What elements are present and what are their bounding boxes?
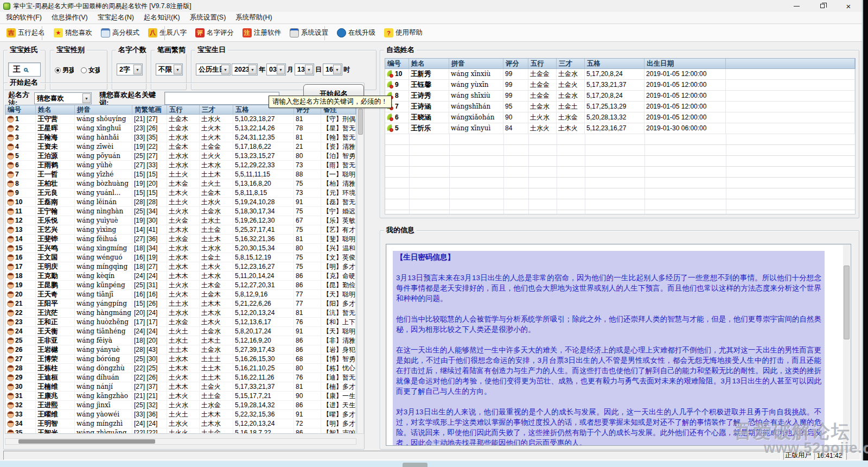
sancai-cell: 土金水 bbox=[200, 207, 233, 216]
start-naming-group: 开始起名 起名方法: 猜您喜欢▼ 猜您喜欢起名关键词: 开始起名 编号 姓名 拼… bbox=[3, 83, 365, 450]
table-row[interactable]: 27 王博荣 wáng bóróng [25] [30] 土水木 土土土 5,1… bbox=[5, 355, 356, 364]
scrollbar-thumb[interactable] bbox=[844, 266, 850, 339]
leaf-icon bbox=[387, 81, 394, 89]
toolbar-button[interactable]: 系统设置 bbox=[285, 26, 333, 40]
search-icon[interactable] bbox=[24, 68, 28, 72]
table-row[interactable]: 9 王钰馨 wáng yùxīn 99 土金金 土金火 5,17,33,21,3… bbox=[385, 80, 855, 91]
table-row[interactable]: 10 王磊南 wáng lěinán [28] [28] 土土火 土水火 5,1… bbox=[5, 198, 356, 207]
boy-face-icon bbox=[7, 116, 14, 123]
birthday-field-select[interactable]: 13▼ bbox=[295, 64, 314, 75]
results-vertical-scrollbar[interactable] bbox=[357, 105, 364, 434]
table-row[interactable]: 8 王诗秀 wáng shīxiù 99 土金金 土金水 5,17,20,8,2… bbox=[385, 91, 855, 102]
info-vertical-scrollbar[interactable] bbox=[843, 245, 850, 445]
table-row[interactable]: 28 王栋柱 wáng dòngzhù [22] [25] 土木木 土土木 5,… bbox=[5, 364, 356, 373]
table-row[interactable]: 4 王资未 wáng zīwèi [19] [22] 土金木 土金金 5,17,… bbox=[5, 142, 356, 152]
menu-item[interactable]: 信息操作(V) bbox=[47, 12, 93, 23]
birthdate-cell: 2019-01-05 12:00:00 bbox=[644, 112, 726, 123]
name-cell: 王博荣 bbox=[36, 355, 75, 364]
menu-item[interactable]: 起名知识(K) bbox=[139, 12, 185, 23]
register-software-icon: 注 bbox=[242, 28, 252, 37]
restore-button[interactable] bbox=[816, 1, 828, 11]
table-row[interactable]: 25 王非亚 wáng fēiyà [18] [20] 土水土 土木土 5,12… bbox=[5, 336, 356, 345]
table-row[interactable]: 12 王乐悦 wáng yuìyuè [19] [30] 土火金 土水土 5,1… bbox=[5, 216, 356, 225]
results-horizontal-scrollbar[interactable] bbox=[5, 438, 356, 445]
birthday-field-select[interactable]: 2023▼ bbox=[232, 64, 258, 75]
table-row[interactable]: 5 王泊源 wáng pōyuán [25] [27] 土水水 土火火 5,13… bbox=[5, 152, 356, 161]
table-row[interactable]: 13 王艺兴 wáng yìxìng [14] [41] 土木水 土土金 5,2… bbox=[5, 225, 356, 235]
table-row[interactable]: 33 王曜维 wáng yàowéi [33] [36] 土火土 土木木 5,2… bbox=[5, 410, 356, 419]
menu-item[interactable]: 系统帮助(H) bbox=[231, 12, 277, 23]
table-row[interactable]: 24 王天衡 wáng tiānhéng [24] [24] 土火土 土金水 5… bbox=[5, 327, 356, 336]
gender-radio-female[interactable]: 女孩 bbox=[81, 66, 100, 75]
table-row[interactable]: 15 王兴鸣 wáng xìngmíng [18] [34] 土水水 土水水 5… bbox=[5, 244, 356, 253]
table-row[interactable]: 31 王康兆 wáng kāngzhào [21] [21] 土木火 土土金 5… bbox=[5, 392, 356, 401]
table-row[interactable]: 5 王忻乐 wáng xīnyuì 84 土水火 土木火 5,12,23,16,… bbox=[385, 123, 855, 134]
score-cell: 81 bbox=[294, 115, 321, 124]
scrollbar-thumb[interactable] bbox=[18, 439, 155, 444]
table-row[interactable]: 20 王天奇 wáng tiānjī [16] [16] 土火木 土金木 5,8… bbox=[5, 290, 356, 299]
score-cell: 81 bbox=[294, 133, 321, 142]
table-row[interactable]: 34 王明智 wáng míngzhì [24] [24] 土水火 土木水 5,… bbox=[5, 419, 356, 428]
table-row[interactable]: 6 王雨鹤 wáng yǔhè [27] [33] 土水水 土木水 5,12,2… bbox=[5, 161, 356, 170]
table-row[interactable]: 2 王星晖 wáng xīnghuī [23] [26] 土金水 土火木 5,1… bbox=[5, 124, 356, 133]
table-row[interactable]: 9 王元良 wáng yuánl... [15] [15] 土木火 土金木 5,… bbox=[5, 188, 356, 198]
table-row[interactable]: 22 王沆茫 wáng hàngmáng [20] [24] 土水水 土木水 5… bbox=[5, 308, 356, 318]
table-row[interactable]: 14 王斐铧 wáng fěihuá [27] [36] 土水金 土土木 5,1… bbox=[5, 235, 356, 244]
toolbar-button[interactable]: 八 生辰八字 bbox=[144, 26, 191, 40]
my-info-textarea[interactable]: 【生日密码信息】 3月13日预言未来在3月13日出生的人总是非常的宿命，因为他们… bbox=[386, 244, 851, 446]
toolbar-button[interactable]: 注 注册软件 bbox=[238, 26, 285, 40]
surname-input[interactable]: 王 bbox=[8, 62, 41, 77]
table-row[interactable]: 30 王楠维 wáng nánjí [27] [37] 土木木 土金火 5,17… bbox=[5, 382, 356, 392]
sancai-cell: 土土土 bbox=[200, 355, 233, 364]
table-row[interactable]: 10 王新秀 wáng xīnxiù 99 土金金 土金水 5,17,20,8,… bbox=[385, 69, 855, 80]
table-row[interactable]: 35 王智光 wáng zhìguāng [22] [22] 土火火 土土金 5… bbox=[5, 428, 356, 434]
table-row[interactable]: 7 王诗涵 wángshīhán 95 土金水 土金土 5,17,25,13,2… bbox=[385, 102, 855, 112]
name-cell: 王非亚 bbox=[36, 336, 75, 345]
note-cell: 【艺】有才能 bbox=[321, 225, 356, 235]
minimize-button[interactable] bbox=[790, 1, 802, 11]
table-row[interactable]: 18 王克勤 wáng kèqín [24] [24] 土木木 土木水 5,11… bbox=[5, 272, 356, 281]
menu-item[interactable]: 宝宝起名(N) bbox=[93, 12, 139, 23]
table-row[interactable]: 1 王守营 wáng shǒuyíng [21] [27] 土金木 土水火 5,… bbox=[5, 115, 356, 124]
table-row[interactable]: 21 王阳平 wáng yángpíng [15] [26] 土土水 土木木 5… bbox=[5, 299, 356, 308]
table-row[interactable]: 32 王进熙 wáng jìnxī [25] [32] 土火水 土水金 5,19… bbox=[5, 401, 356, 410]
toolbar-button[interactable]: 评 名字评分 bbox=[191, 26, 238, 40]
table-row[interactable]: 7 王一哲 wáng yīzhé [15] [15] 土土火 土土木 5,5,1… bbox=[5, 170, 356, 179]
name-cell: 王钰馨 bbox=[409, 80, 449, 91]
name-count-select[interactable]: 2字▼ bbox=[117, 64, 143, 75]
birthday-field-select[interactable]: 16▼ bbox=[323, 64, 342, 75]
table-row[interactable]: 6 王晓涵 wángxiǎohán 90 土火水 土水金 5,20,28,13,… bbox=[385, 112, 855, 123]
pinyin-cell: wáng yángpíng bbox=[75, 299, 132, 308]
note-cell: 【资】清雅荣 bbox=[321, 142, 356, 152]
table-row[interactable]: 23 王和正 wáng huòzhēng [17] [17] 土水金 土木火 5… bbox=[5, 318, 356, 327]
table-row[interactable]: 19 王昆鹏 wáng kūnpéng [25] [31] 土火水 土木金 5,… bbox=[5, 281, 356, 290]
pinyin-cell: wáng kāngzhào bbox=[75, 392, 132, 401]
table-row[interactable]: 8 王柏壮 wáng bòzhuàng [19] [20] 土木金 土火土 5,… bbox=[5, 179, 356, 188]
calendar-type-select[interactable]: 公历生日▼ bbox=[196, 64, 231, 75]
table-row[interactable]: 3 王翰海 wáng hànhǎi [33] [35] 土水水 土火木 5,24… bbox=[5, 133, 356, 142]
menu-item[interactable]: 我的软件(F) bbox=[1, 12, 47, 23]
toolbar-button[interactable]: ★ 猜您喜欢 bbox=[49, 26, 97, 40]
table-row[interactable]: 17 王明庆 wáng míngqìng [18] [27] 土水木 土木火 5… bbox=[5, 262, 356, 272]
method-select[interactable]: 猜您喜欢▼ bbox=[34, 92, 92, 104]
table-row[interactable]: 26 王岩樾 wáng yányuè [28] [43] 土土木 土金水 5,2… bbox=[5, 345, 356, 355]
close-button[interactable]: × bbox=[843, 1, 854, 11]
wuxing-cell: 土土火 bbox=[167, 170, 200, 179]
scrollbar-thumb[interactable] bbox=[358, 109, 363, 135]
note-cell: 【博】智勇双 bbox=[321, 355, 356, 364]
stroke-select[interactable]: 不限▼ bbox=[156, 64, 183, 75]
birthday-field-select[interactable]: 03▼ bbox=[266, 64, 286, 75]
menu-item[interactable]: 系统设置(S) bbox=[185, 12, 231, 23]
keyword-input[interactable] bbox=[164, 92, 279, 105]
wuge-cell: 5,17,20,8,24 bbox=[585, 91, 644, 102]
table-row[interactable]: 16 王文国 wáng wénguó [16] [19] 土水木 土金土 5,8… bbox=[5, 253, 356, 262]
toolbar-button[interactable]: ? 使用帮助 bbox=[380, 26, 427, 40]
boy-face-icon bbox=[7, 402, 14, 409]
toolbar-button[interactable]: 在线升级 bbox=[333, 26, 380, 40]
boy-face-icon bbox=[7, 226, 14, 234]
note-cell: 【乐】英敏多 bbox=[321, 216, 356, 225]
gender-radio-male[interactable]: 男孩 bbox=[55, 66, 74, 75]
table-row[interactable]: 11 王宁翰 wáng nìnghàn [25] [34] 土火水 土金水 5,… bbox=[5, 207, 356, 216]
toolbar-button[interactable]: 高分模式 bbox=[97, 26, 144, 40]
table-row[interactable]: 29 王迪桓 wáng díhuán [22] [26] 土火木 土土木 5,1… bbox=[5, 373, 356, 382]
